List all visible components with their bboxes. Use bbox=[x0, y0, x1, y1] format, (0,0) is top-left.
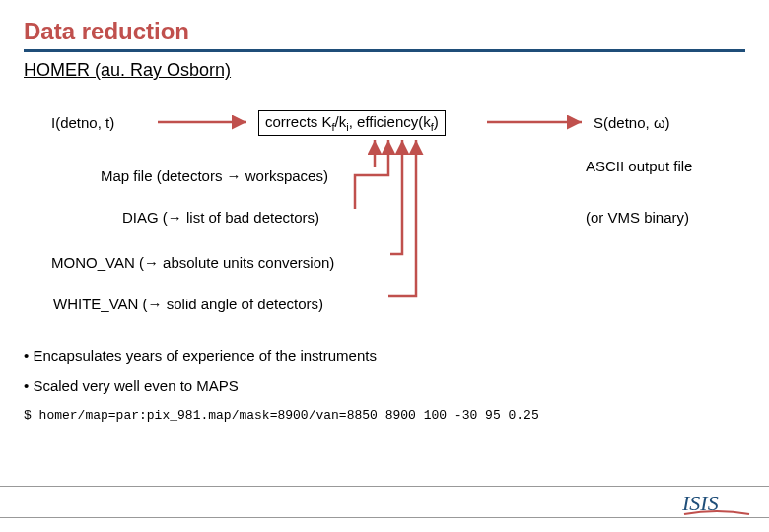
step-diag: DIAG (→ list of bad detectors) bbox=[122, 209, 319, 226]
step-mono: MONO_VAN (→ absolute units conversion) bbox=[51, 254, 334, 271]
footer-rule-top bbox=[0, 486, 769, 487]
output-node: S(detno, ω) bbox=[594, 114, 670, 131]
flow-diagram: I(detno, t) corrects Kf/ki, efficiency(k… bbox=[24, 104, 745, 341]
bullet-1: • Encapsulates years of experience of th… bbox=[24, 347, 745, 364]
command-line: $ homer/map=par:pix_981.map/mask=8900/va… bbox=[24, 408, 745, 423]
input-node: I(detno, t) bbox=[51, 114, 114, 131]
ascii-note: ASCII output file bbox=[586, 158, 714, 174]
corrects-box: corrects Kf/ki, efficiency(kf) bbox=[258, 110, 446, 136]
step-white: WHITE_VAN (→ solid angle of detectors) bbox=[53, 296, 323, 312]
slide-title: Data reduction bbox=[24, 18, 745, 45]
title-underline bbox=[24, 49, 745, 52]
step-map: Map file (detectors → workspaces) bbox=[101, 167, 328, 184]
bullet-list: • Encapsulates years of experience of th… bbox=[24, 347, 745, 423]
slide-subtitle: HOMER (au. Ray Osborn) bbox=[24, 60, 745, 81]
footer-rule-bottom bbox=[0, 517, 769, 518]
vms-note: (or VMS binary) bbox=[586, 209, 743, 226]
isis-logo: ISIS bbox=[682, 489, 751, 516]
bullet-2: • Scaled very well even to MAPS bbox=[24, 377, 745, 394]
